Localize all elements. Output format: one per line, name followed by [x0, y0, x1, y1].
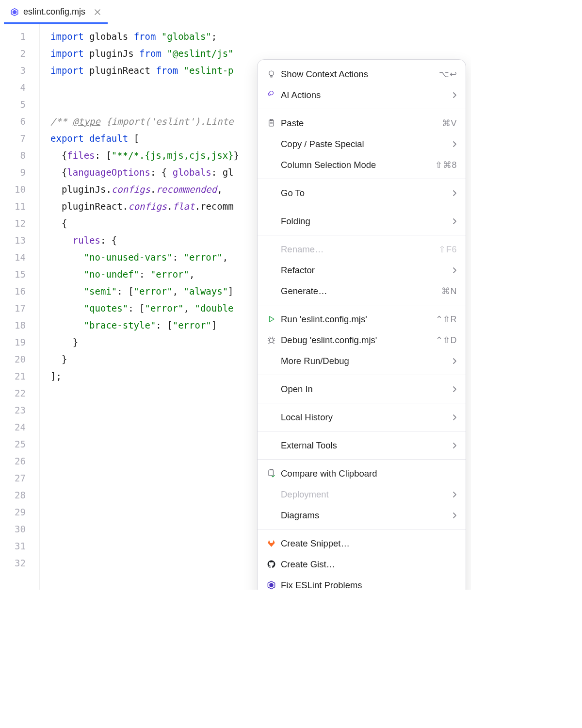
svg-marker-8 — [269, 583, 273, 588]
menu-item-go-to[interactable]: Go To — [258, 182, 466, 203]
menu-item-column-selection-mode[interactable]: Column Selection Mode⇧⌘8 — [258, 154, 466, 175]
line-number: 12 — [0, 215, 39, 232]
menu-item-fix-eslint-problems[interactable]: Fix ESLint Problems — [258, 575, 466, 590]
line-number-gutter: 1234567891011121314151617181920212223242… — [0, 24, 40, 590]
menu-item-paste[interactable]: Paste⌘V — [258, 113, 466, 133]
menu-separator — [258, 403, 466, 403]
play-icon — [264, 314, 278, 324]
menu-item-run-eslint-config-mjs[interactable]: Run 'eslint.config.mjs'⌃⇧R — [258, 309, 466, 330]
line-number: 15 — [0, 266, 39, 283]
menu-separator — [258, 207, 466, 207]
menu-shortcut: ⌘N — [441, 286, 457, 297]
menu-item-label: AI Actions — [281, 90, 452, 100]
menu-item-label: Folding — [281, 216, 452, 227]
line-number: 13 — [0, 232, 39, 249]
line-number: 18 — [0, 317, 39, 334]
spiral-icon — [264, 90, 278, 99]
menu-item-more-run-debug[interactable]: More Run/Debug — [258, 350, 466, 371]
chevron-right-icon — [452, 442, 457, 449]
menu-item-label: Refactor — [281, 265, 452, 276]
menu-item-ai-actions[interactable]: AI Actions — [258, 84, 466, 105]
line-number: 32 — [0, 555, 39, 572]
github-icon — [264, 560, 278, 569]
menu-item-generate[interactable]: Generate…⌘N — [258, 281, 466, 301]
line-number: 20 — [0, 351, 39, 368]
line-number: 23 — [0, 402, 39, 419]
menu-shortcut: ⇧F6 — [438, 244, 457, 255]
line-number: 4 — [0, 79, 39, 96]
menu-shortcut: ⌃⇧D — [436, 335, 457, 346]
line-number: 17 — [0, 300, 39, 317]
menu-item-label: Compare with Clipboard — [281, 468, 457, 479]
svg-point-5 — [269, 338, 273, 343]
file-tab-label: eslint.config.mjs — [23, 7, 85, 17]
menu-separator — [258, 375, 466, 375]
chevron-right-icon — [452, 141, 457, 148]
chevron-right-icon — [452, 190, 457, 197]
line-number: 8 — [0, 147, 39, 164]
line-number: 9 — [0, 164, 39, 181]
line-number: 14 — [0, 249, 39, 266]
line-number: 30 — [0, 521, 39, 538]
line-number: 22 — [0, 385, 39, 402]
menu-item-diagrams[interactable]: Diagrams — [258, 505, 466, 526]
menu-item-create-gist[interactable]: Create Gist… — [258, 554, 466, 575]
menu-item-label: Copy / Paste Special — [281, 139, 452, 149]
file-tab[interactable]: eslint.config.mjs — [4, 0, 108, 24]
bulb-icon — [264, 69, 278, 79]
line-number: 5 — [0, 96, 39, 113]
menu-item-label: Create Snippet… — [281, 538, 457, 549]
chevron-right-icon — [452, 512, 457, 519]
bug-icon — [264, 335, 278, 345]
menu-separator — [258, 529, 466, 529]
chevron-right-icon — [452, 386, 457, 393]
line-number: 10 — [0, 181, 39, 198]
line-number: 29 — [0, 504, 39, 521]
menu-item-label: Open In — [281, 384, 452, 395]
menu-item-copy-paste-special[interactable]: Copy / Paste Special — [258, 133, 466, 154]
line-number: 25 — [0, 436, 39, 453]
gitlab-icon — [264, 539, 278, 548]
chevron-right-icon — [452, 267, 457, 274]
menu-item-label: Generate… — [281, 286, 441, 297]
svg-marker-1 — [13, 10, 16, 14]
svg-rect-6 — [268, 470, 273, 476]
menu-item-deployment: Deployment — [258, 484, 466, 505]
menu-item-label: Paste — [281, 118, 442, 129]
menu-item-local-history[interactable]: Local History — [258, 407, 466, 428]
menu-item-refactor[interactable]: Refactor — [258, 260, 466, 281]
tab-bar: eslint.config.mjs — [0, 0, 471, 24]
menu-item-label: Local History — [281, 412, 452, 423]
menu-item-create-snippet[interactable]: Create Snippet… — [258, 533, 466, 554]
line-number: 6 — [0, 113, 39, 130]
menu-item-show-context-actions[interactable]: Show Context Actions⌥↩ — [258, 64, 466, 84]
line-number: 16 — [0, 283, 39, 300]
menu-separator — [258, 431, 466, 431]
menu-item-folding[interactable]: Folding — [258, 211, 466, 232]
line-number: 1 — [0, 28, 39, 45]
menu-item-compare-with-clipboard[interactable]: Compare with Clipboard — [258, 463, 466, 484]
menu-shortcut: ⌥↩ — [439, 69, 457, 80]
chevron-right-icon — [452, 491, 457, 498]
line-number: 21 — [0, 368, 39, 385]
menu-item-debug-eslint-config-mjs[interactable]: Debug 'eslint.config.mjs'⌃⇧D — [258, 330, 466, 350]
menu-item-label: Rename… — [281, 244, 438, 255]
menu-item-external-tools[interactable]: External Tools — [258, 435, 466, 456]
menu-item-label: Show Context Actions — [281, 69, 439, 80]
menu-item-label: Go To — [281, 188, 452, 199]
close-tab-icon[interactable] — [93, 8, 102, 17]
eslint-icon — [264, 580, 278, 590]
menu-separator — [258, 459, 466, 460]
clipboard-icon — [264, 118, 278, 128]
compare-icon — [264, 469, 278, 478]
line-number: 28 — [0, 487, 39, 504]
menu-item-label: Fix ESLint Problems — [281, 580, 457, 590]
chevron-right-icon — [452, 218, 457, 225]
chevron-right-icon — [452, 92, 457, 99]
menu-separator — [258, 235, 466, 235]
line-number: 31 — [0, 538, 39, 555]
menu-item-open-in[interactable]: Open In — [258, 379, 466, 399]
context-menu: Show Context Actions⌥↩AI ActionsPaste⌘VC… — [257, 59, 466, 590]
menu-item-label: Deployment — [281, 489, 452, 500]
menu-item-label: Debug 'eslint.config.mjs' — [281, 335, 436, 346]
